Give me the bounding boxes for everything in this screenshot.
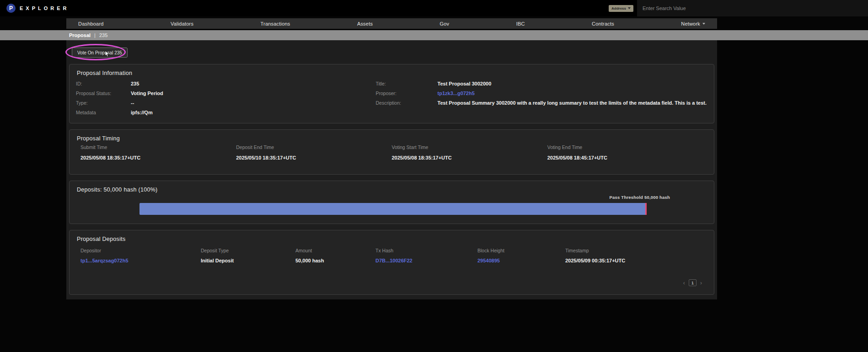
pagination: ‹ 1 › <box>683 279 702 286</box>
nav-item-network[interactable]: Network <box>681 21 705 27</box>
field-value: 235 <box>131 81 139 86</box>
timestamp-cell: 2025/05/09 00:35:17+UTC <box>565 258 703 263</box>
explorer-logo-icon[interactable]: P <box>6 4 16 13</box>
nav-label: Dashboard <box>78 21 104 27</box>
timing-col-submit: Submit Time 2025/05/08 18:35:17+UTC <box>80 144 236 160</box>
breadcrumb-divider: | <box>94 32 96 38</box>
card-title: Proposal Information <box>77 70 132 76</box>
timing-col-voting-end: Voting End Time 2025/05/08 18:45:17+UTC <box>547 144 703 160</box>
vote-on-proposal-button[interactable]: Vote On Proposal 235 <box>72 48 128 58</box>
topbar-right: Address <box>609 0 868 16</box>
deposits-table-header: Depositor Deposit Type Amount Tx Hash Bl… <box>80 248 703 253</box>
search-type-label: Address <box>611 6 626 11</box>
brand-title: EXPLORER <box>20 5 70 11</box>
deposit-progress-fill <box>139 203 647 215</box>
nav-item-gov[interactable]: Gov <box>439 21 449 27</box>
status-value: Voting Period <box>131 91 163 96</box>
timing-col-voting-start: Voting Start Time 2025/05/08 18:35:17+UT… <box>392 144 547 160</box>
tx-hash-link[interactable]: D7B...10026F22 <box>375 258 477 263</box>
nav-item-assets[interactable]: Assets <box>357 21 373 27</box>
deposit-type-cell: Initial Deposit <box>201 258 295 263</box>
nav-label: IBC <box>516 21 525 27</box>
col-header-deposit-type: Deposit Type <box>201 248 295 253</box>
top-bar: P EXPLORER Address <box>0 0 868 16</box>
timing-label: Submit Time <box>80 144 236 150</box>
nav-item-ibc[interactable]: IBC <box>516 21 525 27</box>
search-input[interactable] <box>637 0 868 16</box>
nav-label: Assets <box>357 21 373 27</box>
timing-label: Voting End Time <box>547 144 703 150</box>
field-label: Description: <box>376 100 438 106</box>
card-title: Proposal Deposits <box>77 236 126 242</box>
field-label: ID: <box>76 81 131 86</box>
chevron-down-icon <box>702 23 705 25</box>
next-page-button[interactable]: › <box>700 280 702 286</box>
search-type-dropdown[interactable]: Address <box>609 5 633 12</box>
col-header-amount: Amount <box>295 248 375 253</box>
info-row-id: ID: 235 <box>76 81 376 87</box>
nav-label: Gov <box>439 21 449 27</box>
nav-item-dashboard[interactable]: Dashboard <box>78 21 104 27</box>
col-header-block-height: Block Height <box>477 248 565 253</box>
timing-value: 2025/05/08 18:35:17+UTC <box>80 155 236 160</box>
nav-item-transactions[interactable]: Transactions <box>261 21 290 27</box>
proposal-title-value: Test Proposal 3002000 <box>438 81 492 86</box>
deposits-card: Deposits: 50,000 hash (100%) Pass Thresh… <box>69 181 714 224</box>
main-nav: Dashboard Validators Transactions Assets… <box>66 18 717 29</box>
field-value: ipfs://Qm <box>131 110 153 115</box>
nav-label: Validators <box>171 21 193 27</box>
proposal-information-card: Proposal Information ID: 235 Proposal St… <box>69 64 714 123</box>
nav-label: Contracts <box>592 21 614 27</box>
info-column-left: ID: 235 Proposal Status: Voting Period T… <box>76 81 376 116</box>
info-row-status: Proposal Status: Voting Period <box>76 91 376 96</box>
main-content: Vote On Proposal 235 Proposal Informatio… <box>66 40 717 299</box>
timing-value: 2025/05/08 18:45:17+UTC <box>547 155 703 160</box>
proposal-timing-card: Proposal Timing Submit Time 2025/05/08 1… <box>69 129 714 175</box>
card-title: Proposal Timing <box>77 135 120 142</box>
breadcrumb-proposal-id: 235 <box>99 32 107 38</box>
deposit-progress-bar <box>139 203 647 215</box>
info-row-description: Description: Test Proposal Summary 30020… <box>376 100 707 106</box>
field-label: Type: <box>76 100 131 106</box>
nav-item-validators[interactable]: Validators <box>171 21 193 27</box>
threshold-marker <box>645 203 647 215</box>
proposal-information-body: ID: 235 Proposal Status: Voting Period T… <box>76 81 707 116</box>
info-column-right: Title: Test Proposal 3002000 Proposer: t… <box>376 81 707 116</box>
timing-col-deposit-end: Deposit End Time 2025/05/10 18:35:17+UTC <box>236 144 391 160</box>
page: P EXPLORER Address Dashboard Validators … <box>0 0 868 352</box>
field-label: Proposal Status: <box>76 91 131 96</box>
field-value: -- <box>131 100 134 106</box>
nav-label: Network <box>681 21 700 27</box>
depositor-address-link[interactable]: tp1...5arqzsag072h5 <box>80 258 201 263</box>
nav-label: Transactions <box>261 21 290 27</box>
info-row-title: Title: Test Proposal 3002000 <box>376 81 707 87</box>
deposits-title: Deposits: 50,000 hash (100%) <box>77 187 158 193</box>
page-number-button[interactable]: 1 <box>689 279 697 286</box>
info-row-proposer: Proposer: tp1zk3...g072h5 <box>376 91 707 96</box>
proposal-deposits-card: Proposal Deposits Depositor Deposit Type… <box>69 230 714 295</box>
prev-page-button[interactable]: ‹ <box>683 280 685 286</box>
description-value: Test Proposal Summary 3002000 with a rea… <box>438 100 707 106</box>
breadcrumb: Proposal | 235 <box>0 30 868 40</box>
breadcrumb-section[interactable]: Proposal <box>69 32 91 38</box>
block-height-link[interactable]: 29540895 <box>477 258 565 263</box>
proposer-address-link[interactable]: tp1zk3...g072h5 <box>438 91 475 96</box>
col-header-tx-hash: Tx Hash <box>375 248 477 253</box>
timing-value: 2025/05/10 18:35:17+UTC <box>236 155 391 160</box>
field-label: Metadata <box>76 110 131 115</box>
table-row: tp1...5arqzsag072h5 Initial Deposit 50,0… <box>80 258 703 263</box>
nav-item-contracts[interactable]: Contracts <box>592 21 614 27</box>
info-row-type: Type: -- <box>76 100 376 106</box>
col-header-depositor: Depositor <box>80 248 201 253</box>
amount-cell: 50,000 hash <box>295 258 375 263</box>
timing-value: 2025/05/08 18:35:17+UTC <box>392 155 547 160</box>
pass-threshold-label: Pass Threshold 50,000 hash <box>610 195 670 200</box>
proposal-timing-body: Submit Time 2025/05/08 18:35:17+UTC Depo… <box>80 144 703 160</box>
chevron-down-icon <box>628 7 631 9</box>
info-row-metadata: Metadata ipfs://Qm <box>76 110 376 116</box>
timing-label: Voting Start Time <box>392 144 547 150</box>
col-header-timestamp: Timestamp <box>565 248 703 253</box>
timing-label: Deposit End Time <box>236 144 391 150</box>
field-label: Title: <box>376 81 438 86</box>
field-label: Proposer: <box>376 91 438 96</box>
